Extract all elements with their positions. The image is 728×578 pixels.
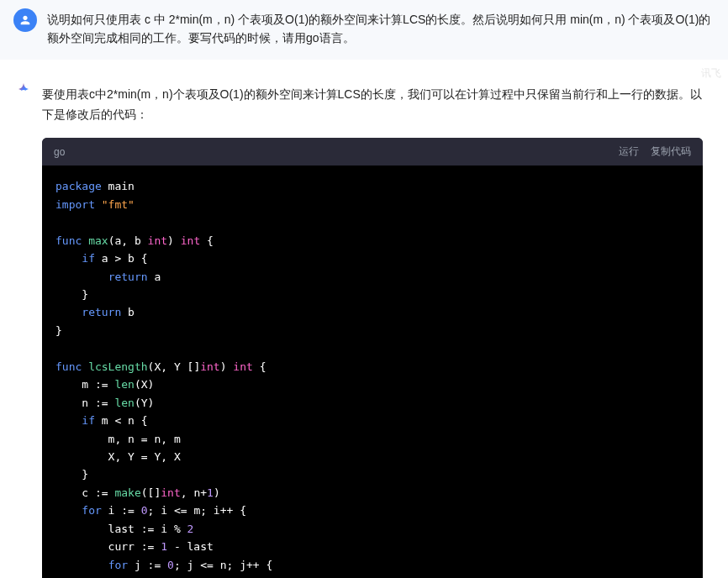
answer-body: 要使用表c中2*min(m，n)个表项及O(1)的额外空间来计算LCS的长度，我… (0, 60, 728, 578)
watermark: 讯飞 (701, 66, 721, 81)
code-block: go 运行 复制代码 package main import "fmt" fun… (42, 138, 703, 578)
run-button[interactable]: 运行 (619, 144, 639, 159)
person-icon (18, 13, 32, 27)
answer-text: 要使用表c中2*min(m，n)个表项及O(1)的额外空间来计算LCS的长度，我… (42, 85, 703, 125)
spark-icon (13, 81, 34, 102)
copy-button[interactable]: 复制代码 (651, 144, 691, 159)
code-actions: 运行 复制代码 (619, 144, 691, 159)
svg-point-0 (21, 90, 26, 95)
code-lang-label: go (54, 146, 65, 158)
question-row: 说明如何只使用表 c 中 2*min(m，n) 个表项及O(1)的额外空间来计算… (0, 0, 728, 56)
bot-avatar (12, 80, 35, 103)
user-avatar (13, 8, 37, 32)
code-content[interactable]: package main import "fmt" func max(a, b … (42, 166, 703, 578)
code-header: go 运行 复制代码 (42, 138, 703, 166)
answer-section: 讯飞 要使用表c中2*min(m，n)个表项及O(1)的额外空间来计算LCS的长… (0, 60, 728, 578)
question-text: 说明如何只使用表 c 中 2*min(m，n) 个表项及O(1)的额外空间来计算… (47, 8, 715, 48)
